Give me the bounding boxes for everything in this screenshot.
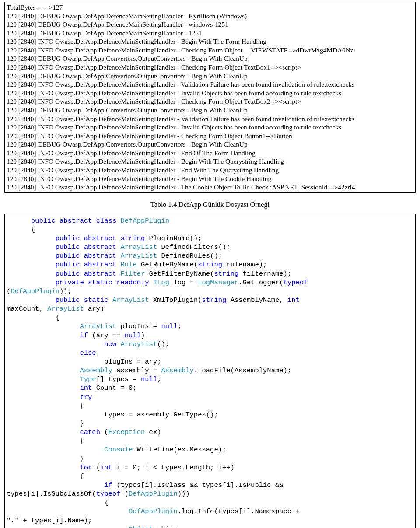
code-line: new ArrayList(); <box>7 340 413 349</box>
code-line: ArrayList plugIns = null; <box>7 322 413 331</box>
log-line: 120 [2840] DEBUG Owasp.DefApp.DefenceMai… <box>7 20 413 29</box>
code-line: Assembly assembly = Assembly.LoadFile(As… <box>7 366 413 375</box>
log-line: 120 [2840] INFO Owasp.DefApp.DefenceMain… <box>7 132 413 140</box>
log-line: 120 [2840] DEBUG Owasp.DefApp.Convertors… <box>7 140 413 149</box>
code-line: { <box>7 472 413 481</box>
code-line: public abstract class DefAppPlugin <box>7 217 413 225</box>
code-line: public abstract string PluginName(); <box>7 234 413 243</box>
code-line: DefAppPlugin.log.Info(types[i].Namespace… <box>7 507 413 516</box>
code-line: { <box>7 225 413 234</box>
code-line: private static readonly ILog log = LogMa… <box>7 278 413 287</box>
code-line: Type[] types = null; <box>7 375 413 384</box>
code-line: Object obj = <box>7 525 413 528</box>
code-line: { <box>7 313 413 322</box>
code-line: { <box>7 402 413 410</box>
code-line: (DefAppPlugin)); <box>7 287 413 296</box>
log-line: 120 [2840] INFO Owasp.DefApp.DefenceMain… <box>7 157 413 166</box>
log-line: 120 [2840] INFO Owasp.DefApp.DefenceMain… <box>7 97 413 106</box>
code-line: maxCount, ArrayList ary) <box>7 304 413 313</box>
code-line: catch (Exception ex) <box>7 428 413 437</box>
code-line: types = assembly.GetTypes(); <box>7 410 413 419</box>
log-output-box: TotalBytes------>127120 [2840] DEBUG Owa… <box>4 2 416 193</box>
code-line: Console.WriteLine(ex.Message); <box>7 445 413 454</box>
log-line: 120 [2840] INFO Owasp.DefApp.DefenceMain… <box>7 166 413 175</box>
log-lines-container: TotalBytes------>127120 [2840] DEBUG Owa… <box>7 3 413 192</box>
log-line: 120 [2840] INFO Owasp.DefApp.DefenceMain… <box>7 183 413 192</box>
code-line: } <box>7 455 413 463</box>
code-line: } <box>7 419 413 428</box>
log-line: 120 [2840] DEBUG Owasp.DefApp.DefenceMai… <box>7 12 413 21</box>
log-line: 120 [2840] INFO Owasp.DefApp.DefenceMain… <box>7 149 413 157</box>
code-line: if (ary == null) <box>7 331 413 340</box>
log-line: 120 [2840] DEBUG Owasp.DefApp.Convertors… <box>7 106 413 115</box>
code-line: for (int i = 0; i < types.Length; i++) <box>7 463 413 472</box>
code-line: public abstract ArrayList DefinedFilters… <box>7 243 413 252</box>
log-line: 120 [2840] DEBUG Owasp.DefApp.Convertors… <box>7 72 413 80</box>
code-line: public abstract Filter GetFilterByName(s… <box>7 269 413 278</box>
code-line: public abstract Rule GetRuleByName(strin… <box>7 260 413 269</box>
code-line: else <box>7 349 413 357</box>
log-line: 120 [2840] INFO Owasp.DefApp.DefenceMain… <box>7 63 413 72</box>
code-line: { <box>7 437 413 445</box>
code-line: if (types[i].IsClass && types[i].IsPubli… <box>7 481 413 490</box>
table-caption: Tablo 1.4 DefApp Günlük Dosyası Örneği <box>0 201 420 209</box>
code-line: try <box>7 393 413 402</box>
code-line: public abstract ArrayList DefinedRules()… <box>7 252 413 260</box>
log-line: 120 [2840] INFO Owasp.DefApp.DefenceMain… <box>7 46 413 55</box>
code-listing-box: public abstract class DefAppPlugin { pub… <box>4 214 416 528</box>
log-line: 120 [2840] DEBUG Owasp.DefApp.DefenceMai… <box>7 29 413 38</box>
code-line: plugIns = ary; <box>7 357 413 366</box>
log-line: 120 [2840] DEBUG Owasp.DefApp.Convertors… <box>7 54 413 63</box>
code-line: "." + types[i].Name); <box>7 516 413 525</box>
log-line: 120 [2840] INFO Owasp.DefApp.DefenceMain… <box>7 89 413 98</box>
log-line: TotalBytes------>127 <box>7 3 413 12</box>
log-line: 120 [2840] INFO Owasp.DefApp.DefenceMain… <box>7 115 413 123</box>
code-line: int Count = 0; <box>7 384 413 392</box>
log-line: 120 [2840] INFO Owasp.DefApp.DefenceMain… <box>7 123 413 132</box>
code-line: { <box>7 498 413 507</box>
code-line: types[i].IsSubclassOf(typeof (DefAppPlug… <box>7 490 413 498</box>
log-line: 120 [2840] INFO Owasp.DefApp.DefenceMain… <box>7 175 413 183</box>
log-line: 120 [2840] INFO Owasp.DefApp.DefenceMain… <box>7 80 413 89</box>
code-line: public static ArrayList XmlToPlugin(stri… <box>7 296 413 304</box>
log-line: 120 [2840] INFO Owasp.DefApp.DefenceMain… <box>7 37 413 46</box>
